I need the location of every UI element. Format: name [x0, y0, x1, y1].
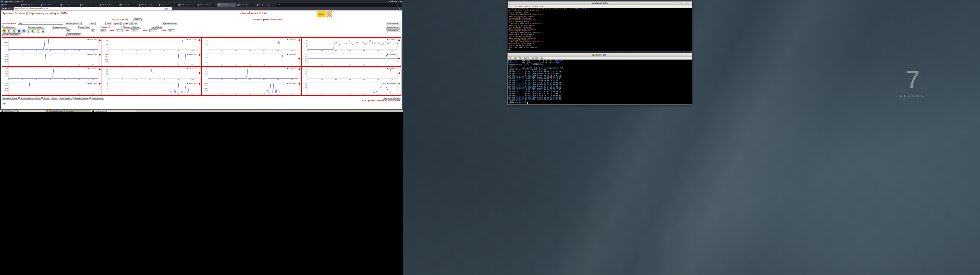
acquisition-server-select[interactable]: aida04▾ [134, 18, 142, 21]
spectrum-chart-aida15-rate[interactable]: 4000300020001000020406080100120aida15 Ra… [202, 81, 301, 95]
terminal-title-bar[interactable]: AIDA MIDAS HTTPd – □ × [508, 2, 692, 5]
reload-button[interactable]: Reload [42, 97, 50, 100]
browser-tab-aida[interactable]: AIDA× [1, 3, 21, 6]
close-icon[interactable]: × [400, 4, 401, 6]
volume-icon[interactable] [391, 0, 393, 2]
close-icon[interactable]: × [689, 2, 691, 4]
menu-help[interactable]: Help [540, 5, 543, 7]
spectrum-chart-aida13-rate[interactable]: 1.000.750.500.25020406080100120aida13 Ra… [2, 81, 102, 95]
xmin-input[interactable] [116, 29, 123, 32]
zoom-level[interactable]: 80% [164, 8, 169, 9]
tab-close-icon[interactable]: × [58, 4, 59, 6]
spectrum-chart-aida06-rate[interactable]: 1.000.750.500.25020406080100120aida06 Ra… [102, 52, 201, 66]
empty-log-window-button[interactable]: Empty Log Window [2, 97, 19, 100]
show-variables-button[interactable]: Show Variables [59, 97, 73, 100]
spectrum-chart-aida01-rate[interactable]: 2000010000020406080100120aida01 Rate [2, 38, 102, 52]
multi-button[interactable]: multi [89, 22, 96, 25]
browser-tab-lost-activity-m[interactable]: Lost activity m...× [60, 3, 80, 6]
arrow-left-icon[interactable] [27, 29, 30, 33]
back-button[interactable]: ◀ [2, 8, 4, 9]
menu-button[interactable]: ≡ [399, 8, 401, 9]
radioactive-icon[interactable]: ☢ [2, 29, 6, 33]
spectrum-name-input[interactable] [18, 22, 63, 25]
arrow-right-icon[interactable] [32, 29, 35, 33]
terminal-output[interactable]: loading Spectrum.tcl > can not find chan… [508, 8, 692, 51]
minimize-icon[interactable]: – [682, 2, 685, 4]
info-icon-1[interactable]: i [17, 29, 21, 33]
number-of-galleries-dropdown[interactable]: Number of Galleries▾ [123, 26, 141, 28]
reload-button[interactable]: ↻ [8, 8, 10, 9]
menu-file[interactable]: File [509, 5, 512, 7]
tab-close-icon[interactable]: × [38, 4, 39, 6]
show-button[interactable]: Show [105, 22, 112, 25]
spectrum-chart-aida11-rate[interactable]: 1.000.750.500.25020406080100120aida11 Ra… [202, 67, 301, 81]
tab-close-icon[interactable]: × [156, 4, 157, 6]
spectra-functions-dropdown[interactable]: Spectra functions▾ [162, 22, 178, 25]
browser-tab-led-and-wavef[interactable]: LED and Wavef...× [40, 3, 60, 6]
browser-tab-spectrum-bro[interactable]: Spectrum Bro...× [217, 3, 237, 6]
menu-terminal[interactable]: Terminal [531, 5, 538, 7]
spectrum-chart-aida07-rate[interactable]: 1.00.50.0-0.5020406080100120aida07 Rate [202, 52, 301, 66]
tab-close-icon[interactable]: × [234, 4, 235, 6]
tab-close-icon[interactable]: × [18, 4, 19, 6]
update-all-button[interactable]: Update All [121, 22, 132, 25]
menu-view[interactable]: View [519, 5, 522, 7]
spectrum-chart-aida14-rate[interactable]: 4321020406080100120aida14 Rate [102, 81, 201, 95]
zoom-out-icon[interactable] [12, 29, 16, 33]
tab-close-icon[interactable]: × [274, 4, 275, 6]
bookmark-star-icon[interactable]: ☆ [169, 8, 171, 9]
tab-close-icon[interactable]: × [136, 4, 137, 6]
arrange-functions-dropdown[interactable]: Arrange functions▾ [28, 26, 45, 28]
layout-id-dropdown[interactable]: Layout ID=1▾ [151, 26, 163, 28]
spectrum-chart-aida02-rate[interactable]: 1.00.0-1.0020406080100120aida02 Rate [102, 38, 201, 52]
browser-tab-system-wide-c[interactable]: System wide C...× [197, 3, 217, 6]
spectrum-chart-aida08-rate[interactable]: 1.00.50.0-0.5-1.0020406080100120aida08 R… [302, 52, 401, 66]
home-link[interactable]: Home [2, 102, 7, 104]
info-icon-2[interactable]: i [22, 29, 25, 33]
maximize-icon[interactable]: □ [686, 54, 688, 56]
tab-close-icon[interactable]: × [97, 4, 98, 6]
clock[interactable]: Sun 18:43 [394, 0, 402, 2]
ymax-input[interactable] [168, 29, 175, 32]
tags-fits-dropdown[interactable]: Tags & Fits▾ [78, 26, 90, 28]
browser-tab-statistics-ca[interactable]: Statistics @ ca...× [237, 3, 256, 6]
tab-close-icon[interactable]: × [254, 4, 255, 6]
what-are-these-button-1[interactable]: What are these? [386, 22, 401, 25]
tab-close-icon[interactable]: × [195, 4, 196, 6]
home-button[interactable]: ⌂ [11, 8, 13, 9]
spectrum-chart-aida12-rate[interactable]: 1.00.50.0-0.5-1.0020406080100120aida12 R… [302, 67, 401, 81]
network-icon[interactable] [388, 0, 390, 2]
taskbar-item-aida-midas-httpd[interactable]: AIDA MIDAS HTTPd [0, 110, 45, 112]
menu-view[interactable]: View [519, 57, 522, 59]
minimize-icon[interactable]: – [395, 4, 396, 6]
browser-tab-fadc-align-w[interactable]: FADC Align & W...× [21, 3, 40, 6]
menu-terminal[interactable]: Terminal [531, 57, 538, 59]
menu-search[interactable]: Search [524, 57, 530, 59]
browser-tab-waveform-capt[interactable]: Waveform capt...× [80, 3, 99, 6]
update-button[interactable]: Update [113, 22, 121, 25]
minimize-icon[interactable]: – [682, 54, 685, 56]
url-bar[interactable]: localhost:8015/Spectrum/Spectrum.tml 80%… [14, 7, 172, 10]
spectrum-chart-aida05-rate[interactable]: 1.000.750.500.25020406080100120aida05 Ra… [2, 52, 102, 66]
taskbar-item-npg-carme-gsi[interactable]: npg@carme-gsi:~ [91, 110, 136, 112]
send-log-window-to-elog-button[interactable]: Send Log Window to ELog [19, 97, 41, 100]
spectrum-chart-aida03-rate[interactable]: 1.00.50.0-0.5-1.0020406080100120aida03 R… [202, 38, 301, 52]
how-to-use-button[interactable]: How to use this page [383, 97, 401, 100]
linear-button[interactable]: linear [100, 29, 107, 32]
menu-edit[interactable]: Edit [514, 5, 517, 7]
enable-logging-button[interactable]: Enable Logging [90, 97, 104, 100]
browser-tab-discriminator[interactable]: Discriminator ...× [119, 3, 138, 6]
channel-input[interactable] [110, 26, 122, 28]
terminal-title-bar[interactable]: npg@carme-gsi:~ – □ × [508, 53, 692, 57]
browser-tab-plot-temperatu[interactable]: Plot Temperatu...× [178, 3, 197, 6]
terminal-output[interactable]: drwxr-xr-x. 2 npg npg 6 Jan 30 2022 Temp… [508, 60, 692, 104]
spectrum-chart-aida16-rate[interactable]: 25020015010050020406080100120aida16 Rate [302, 81, 401, 95]
tab-close-icon[interactable]: × [77, 4, 78, 6]
all-button[interactable]: all [91, 29, 95, 32]
xmax-input[interactable] [131, 29, 138, 32]
forward-button[interactable]: ▶ [5, 8, 7, 9]
show-log-window-button[interactable]: Show Log Window [73, 97, 89, 100]
new-button[interactable]: new [65, 29, 71, 32]
browser-tab-asic-control[interactable]: ASIC Control @ ...× [138, 3, 158, 6]
maximize-icon[interactable]: □ [686, 2, 688, 4]
